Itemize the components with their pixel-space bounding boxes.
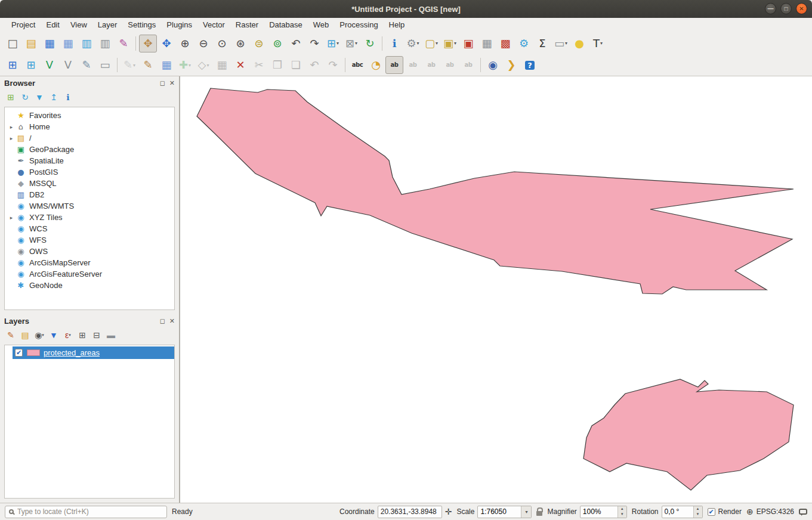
rotation-spinner[interactable]: ▲ ▼ [662, 506, 703, 518]
zoom-to-native-resolution-button[interactable]: ⊙ [213, 35, 231, 52]
dropdown-arrow-icon[interactable]: ▾ [454, 41, 456, 46]
dropdown-arrow-icon[interactable]: ▾ [189, 63, 191, 68]
remove-layer-button[interactable]: ▬ [105, 329, 117, 341]
scale-input[interactable] [478, 506, 521, 518]
dropdown-arrow-icon[interactable]: ▾ [336, 41, 339, 46]
processing-toolbox-button[interactable]: ⚙ [515, 35, 533, 52]
identify-features-button[interactable]: ℹ [385, 35, 403, 52]
zoom-full-button[interactable]: ⊛ [231, 35, 249, 52]
collapse-all-button[interactable]: ↥ [48, 91, 60, 103]
expander-icon[interactable]: ▸ [7, 215, 16, 221]
select-features-button[interactable]: ▢▾ [422, 35, 440, 52]
spin-up-icon[interactable]: ▲ [618, 506, 626, 512]
pan-map-to-selection-button[interactable]: ✥ [158, 35, 175, 52]
browser-item-ows[interactable]: ◉OWS [5, 246, 174, 257]
toggle-editing-button[interactable]: ✎ [139, 56, 157, 74]
menu-edit[interactable]: Edit [41, 18, 64, 32]
float-panel-icon[interactable]: ◻ [160, 317, 165, 325]
layer-diagram-options-button[interactable]: ◔ [367, 56, 385, 74]
save-project-button[interactable]: ▦ [41, 35, 58, 52]
dropdown-arrow-icon[interactable]: ▾ [417, 41, 419, 46]
messages-icon[interactable] [799, 509, 807, 515]
map-tips-button[interactable]: ● [570, 35, 588, 52]
new-3d-map-view-button[interactable]: ⊠▾ [342, 35, 360, 52]
undo-button[interactable]: ↶ [305, 56, 323, 74]
browser-properties-button[interactable]: ℹ [62, 91, 74, 103]
expand-all-button[interactable]: ⊞ [76, 329, 88, 341]
browser-item-wcs[interactable]: ◉WCS [5, 223, 174, 234]
open-field-calculator-button[interactable]: ▩ [496, 35, 514, 52]
browser-item-geopackage[interactable]: ▣GeoPackage [5, 144, 174, 155]
browser-item-postgis[interactable]: ●PostGIS [5, 166, 174, 178]
dropdown-arrow-icon[interactable]: ▾ [355, 41, 357, 46]
close-panel-icon[interactable]: ✕ [169, 79, 175, 87]
browser-item-[interactable]: ▸▤/ [5, 132, 174, 144]
dropdown-arrow-icon[interactable]: ▾ [69, 333, 71, 338]
statistical-summary-button[interactable]: Σ [533, 35, 551, 52]
copy-features-button[interactable]: ❐ [268, 56, 286, 74]
browser-item-spatialite[interactable]: ✒SpatiaLite [5, 155, 174, 166]
filter-browser-button[interactable]: ▼ [33, 91, 45, 103]
zoom-last-button[interactable]: ↶ [287, 35, 305, 52]
save-layer-edits-button[interactable]: ▦ [158, 56, 175, 74]
select-features-by-value-button[interactable]: ▣▾ [441, 35, 459, 52]
expander-icon[interactable]: ▸ [7, 135, 16, 141]
move-label-button[interactable]: ab [441, 56, 459, 74]
locator-box[interactable] [5, 506, 167, 518]
text-annotation-button[interactable]: T▾ [589, 35, 607, 52]
collapse-all-layers-button[interactable]: ⊟ [91, 329, 103, 341]
add-selected-layers-button[interactable]: ⊞ [5, 91, 17, 103]
zoom-to-layer-button[interactable]: ⊚ [268, 35, 286, 52]
render-checkbox[interactable]: ✔ [708, 508, 715, 516]
new-virtual-layer-button[interactable]: ▭ [96, 56, 114, 74]
dropdown-arrow-icon[interactable]: ▾ [436, 41, 438, 46]
chevron-down-icon[interactable]: ▾ [521, 506, 531, 518]
pan-map-button[interactable]: ✥ [139, 35, 157, 52]
refresh-browser-button[interactable]: ↻ [19, 91, 31, 103]
layer-labeling-options-button[interactable]: abc [348, 56, 366, 74]
map-canvas[interactable] [180, 76, 812, 503]
menu-database[interactable]: Database [264, 18, 308, 32]
close-panel-icon[interactable]: ✕ [169, 317, 175, 325]
magnifier-input[interactable] [581, 506, 618, 518]
deselect-features-button[interactable]: ▣ [459, 35, 477, 52]
pin-unpin-labels-button[interactable]: ab [404, 56, 422, 74]
dropdown-arrow-icon[interactable]: ▾ [133, 63, 135, 68]
filter-legend-button[interactable]: ▼ [48, 329, 60, 341]
spin-down-icon[interactable]: ▼ [618, 512, 626, 518]
spin-up-icon[interactable]: ▲ [694, 506, 702, 512]
help-contents-button[interactable]: ? [521, 56, 539, 74]
run-feature-action-button[interactable]: ⚙▾ [404, 35, 422, 52]
close-button[interactable]: ✕ [796, 3, 807, 14]
delete-selected-button[interactable]: ✕ [231, 56, 249, 74]
add-group-button[interactable]: ▤ [19, 329, 31, 341]
dropdown-arrow-icon[interactable]: ▾ [42, 333, 44, 338]
redo-button[interactable]: ↷ [324, 56, 342, 74]
style-manager-button[interactable]: ✎ [115, 35, 132, 52]
toggle-extents-icon[interactable]: ✛ [445, 507, 452, 516]
vertex-tool-button[interactable]: ◇▾ [194, 56, 212, 74]
maximize-button[interactable]: □ [780, 3, 792, 14]
dropdown-arrow-icon[interactable]: ▾ [600, 41, 603, 46]
rotation-input[interactable] [662, 506, 693, 518]
menu-view[interactable]: View [65, 18, 92, 32]
zoom-next-button[interactable]: ↷ [305, 35, 323, 52]
zoom-out-button[interactable]: ⊖ [194, 35, 212, 52]
scale-combo[interactable]: ▾ [477, 506, 532, 518]
current-edits-button[interactable]: ✎▾ [121, 56, 138, 74]
show-layout-manager-button[interactable]: ▥ [96, 35, 114, 52]
manage-map-themes-button[interactable]: ◉▾ [33, 329, 45, 341]
open-data-source-manager-button[interactable]: ⊞ [4, 56, 21, 74]
crs-group[interactable]: ⊕ EPSG:4326 [746, 507, 794, 516]
new-spatialite-layer-button[interactable]: ✎ [78, 56, 95, 74]
save-project-as-button[interactable]: ▦ [59, 35, 77, 52]
menu-plugins[interactable]: Plugins [161, 18, 197, 32]
new-shapefile-layer-button[interactable]: V [59, 56, 77, 74]
locator-input[interactable] [17, 507, 163, 516]
measure-line-button[interactable]: ▭▾ [552, 35, 570, 52]
layer-checkbox[interactable]: ✔ [15, 349, 23, 357]
browser-item-mssql[interactable]: ◆MSSQL [5, 178, 174, 189]
new-map-view-button[interactable]: ⊞▾ [324, 35, 342, 52]
browser-item-wfs[interactable]: ◉WFS [5, 234, 174, 246]
rotate-label-button[interactable]: ab [459, 56, 477, 74]
